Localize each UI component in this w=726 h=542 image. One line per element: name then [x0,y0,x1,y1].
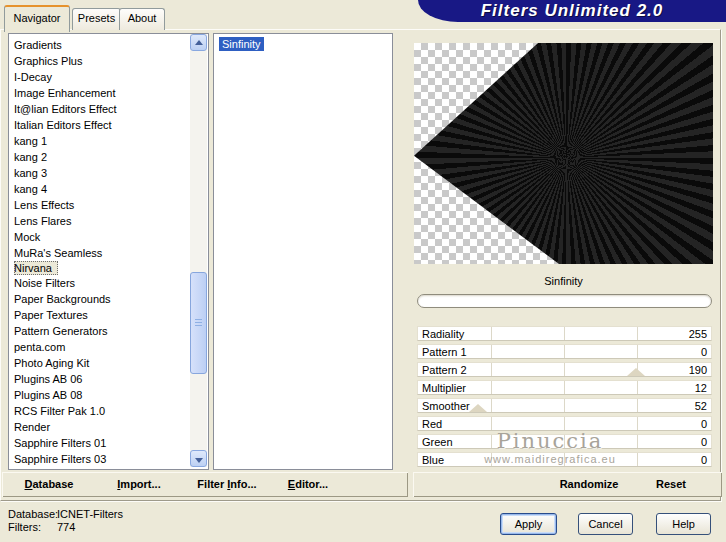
preview-caption: Sinfinity [414,275,713,287]
title-banner: Filters Unlimited 2.0 [418,0,726,22]
scrollbar-thumb[interactable] [190,272,207,374]
status-filters-value: 774 [57,521,75,533]
status-database-value: ICNET-Filters [57,508,123,520]
chevron-up-icon [195,40,203,45]
category-item[interactable]: Plugins AB 06 [9,371,208,387]
slider-value: 12 [695,381,707,395]
category-item[interactable]: Paper Backgrounds [9,291,208,307]
status-filters-label: Filters: [8,521,41,533]
category-item[interactable]: Lens Effects [9,197,208,213]
category-item[interactable]: Graphics Plus [9,53,208,69]
left-toolbar: Database Import... Filter Info... Editor… [2,472,408,497]
category-item[interactable]: Mock [9,229,208,245]
slider-label: Green [422,435,453,449]
window-title: Filters Unlimited 2.0 [418,0,726,22]
filter-listbox[interactable]: Sinfinity [213,33,393,470]
slider-label: Blue [422,453,444,467]
category-item[interactable]: kang 4 [9,181,208,197]
category-scrollbar[interactable] [190,34,207,467]
scroll-down-button[interactable] [190,450,207,467]
filter-item-selected[interactable]: Sinfinity [219,37,264,51]
slider-label: Pattern 2 [422,363,467,377]
slider-value: 190 [689,363,707,377]
status-database: Database: ICNET-Filters [8,508,58,520]
slider-label: Multiplier [422,381,466,395]
category-item[interactable]: Image Enhancement [9,85,208,101]
category-item[interactable]: Sapphire Filters 03 [9,451,208,467]
slider-value: 255 [689,327,707,341]
right-toolbar: Randomize Reset [413,472,722,497]
editor-button[interactable]: Editor... [288,478,328,490]
scroll-up-button[interactable] [190,34,207,51]
category-item[interactable]: kang 2 [9,149,208,165]
slider-red[interactable]: Red 0 [417,416,712,431]
filters-unlimited-dialog: Filters Unlimited 2.0 Navigator Presets … [0,0,726,542]
slider-value: 0 [701,435,707,449]
slider-label: Pattern 1 [422,345,467,359]
category-item[interactable]: RCS Filter Pak 1.0 [9,403,208,419]
category-listbox[interactable]: Gradients Graphics Plus I-Decay Image En… [8,33,209,470]
slider-label: Red [422,417,442,431]
preview-starburst-image [414,43,713,264]
import-button[interactable]: Import... [117,478,160,490]
category-item[interactable]: Lens Flares [9,213,208,229]
category-item[interactable]: MuRa's Seamless [9,245,208,261]
slider-pattern1[interactable]: Pattern 1 0 [417,344,712,359]
slider-radiality[interactable]: Radiality 255 [417,326,712,341]
slider-multiplier[interactable]: Multiplier 12 [417,380,712,395]
slider-blue[interactable]: Blue 0 [417,452,712,467]
filter-info-button[interactable]: Filter Info... [197,478,256,490]
category-item[interactable]: Plugins AB 08 [9,387,208,403]
slider-label: Radiality [422,327,464,341]
status-filters: Filters: 774 [8,521,41,533]
category-item[interactable]: Render [9,419,208,435]
category-item[interactable]: Paper Textures [9,307,208,323]
slider-value: 0 [701,345,707,359]
slider-green[interactable]: Green 0 [417,434,712,449]
category-item[interactable]: Sapphire Filters 01 [9,435,208,451]
category-list: Gradients Graphics Plus I-Decay Image En… [9,34,208,467]
category-item[interactable]: Photo Aging Kit [9,355,208,371]
tab-navigator[interactable]: Navigator [4,5,70,32]
category-item[interactable]: kang 3 [9,165,208,181]
randomize-button[interactable]: Randomize [560,478,619,490]
cancel-button[interactable]: Cancel [578,513,633,535]
slider-pattern2[interactable]: Pattern 2 190 [417,362,712,377]
category-item-selected[interactable]: Nirvana [14,261,58,275]
slider-marker[interactable] [469,404,487,412]
apply-button[interactable]: Apply [500,513,557,535]
slider-smoother[interactable]: Smoother 52 [417,398,712,413]
slider-value: 0 [701,453,707,467]
category-item[interactable]: Gradients [9,37,208,53]
slider-value: 0 [701,417,707,431]
thumb-grip-icon [195,319,202,328]
help-button[interactable]: Help [656,513,711,535]
status-database-label: Database: [8,508,58,520]
filter-preview [414,43,713,264]
category-item[interactable]: Noise Filters [9,275,208,291]
database-button[interactable]: Database [25,478,74,490]
slider-marker[interactable] [627,368,645,376]
tab-about[interactable]: About [119,8,165,30]
reset-button[interactable]: Reset [656,478,686,490]
category-item[interactable]: penta.com [9,339,208,355]
chevron-down-icon [195,458,203,463]
category-item[interactable]: I-Decay [9,69,208,85]
category-item[interactable]: kang 1 [9,133,208,149]
category-item[interactable]: Pattern Generators [9,323,208,339]
category-item[interactable]: It@lian Editors Effect [9,101,208,117]
tab-presets[interactable]: Presets [72,8,121,30]
slider-value: 52 [695,399,707,413]
progress-bar [417,294,712,308]
category-item[interactable]: Italian Editors Effect [9,117,208,133]
slider-label: Smoother [422,399,470,413]
